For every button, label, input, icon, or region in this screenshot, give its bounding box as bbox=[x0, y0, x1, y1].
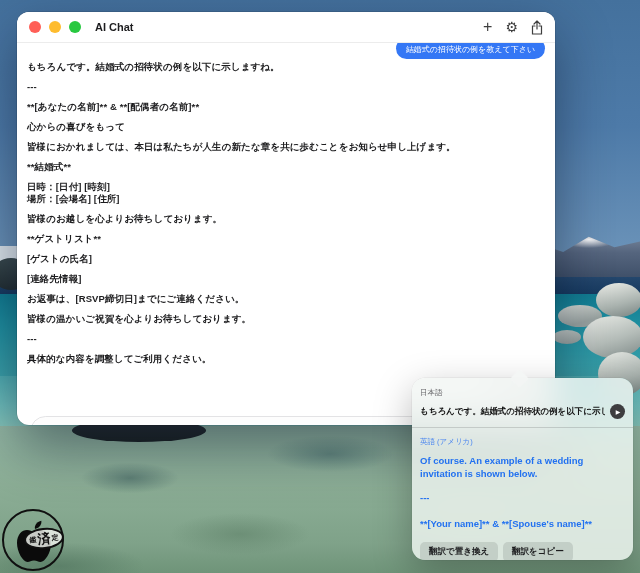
target-language-label: 英語 (アメリカ) bbox=[420, 437, 625, 447]
play-audio-button[interactable]: ▶ bbox=[610, 404, 625, 419]
share-icon[interactable] bbox=[531, 20, 543, 35]
chat-paragraph: 皆様のお越しを心よりお待ちしております。 bbox=[27, 213, 545, 225]
chat-paragraph: [ゲストの氏名] bbox=[27, 253, 545, 265]
watermark-char: 済 bbox=[37, 529, 52, 548]
target-names-text: **[Your name]** & **[Spouse's name]** bbox=[420, 518, 625, 529]
new-chat-icon[interactable]: + bbox=[483, 19, 492, 35]
target-divider-text: --- bbox=[420, 492, 625, 503]
ai-chat-window: 結婚式の招待状の例を教えて下さい もちろんです。結婚式の招待状の例を以下に示しま… bbox=[17, 12, 555, 425]
chat-paragraph: 具体的な内容を調整してご利用ください。 bbox=[27, 353, 545, 365]
replace-with-translation-button[interactable]: 翻訳で置き換え bbox=[420, 542, 498, 560]
minimize-button[interactable] bbox=[49, 21, 61, 33]
desktop: 鑑 済 定 結婚式の招待状の例を教えて下さい もちろんです。結婚式の招待状の例を… bbox=[0, 0, 640, 573]
translation-popover: 日本語 もちろんです。結婚式の招待状の例を以下に示し… ▶ 英語 (アメリカ) … bbox=[412, 378, 633, 560]
wallpaper-boulder bbox=[596, 283, 640, 317]
copy-translation-button[interactable]: 翻訳をコピー bbox=[503, 542, 573, 560]
chat-paragraph: 日時：[日付] [時刻] 場所：[会場名] [住所] bbox=[27, 181, 545, 205]
chat-paragraph: 皆様の温かいご祝賀を心よりお待ちしております。 bbox=[27, 313, 545, 325]
assistant-message: もちろんです。結婚式の招待状の例を以下に示しますね。---**[あなたの名前]*… bbox=[17, 43, 555, 365]
source-text: もちろんです。結婚式の招待状の例を以下に示し… bbox=[420, 406, 605, 418]
chat-paragraph: お返事は、[RSVP締切日]までにご連絡ください。 bbox=[27, 293, 545, 305]
watermark-char: 鑑 bbox=[29, 534, 37, 545]
chat-paragraph: もちろんです。結婚式の招待状の例を以下に示しますね。 bbox=[27, 61, 545, 73]
chat-paragraph: --- bbox=[27, 81, 545, 93]
chat-paragraph: **[あなたの名前]** & **[配偶者の名前]** bbox=[27, 101, 545, 113]
chat-paragraph: 心からの喜びをもって bbox=[27, 121, 545, 133]
wallpaper-boulder bbox=[553, 330, 581, 344]
window-title: AI Chat bbox=[95, 21, 134, 33]
zoom-button[interactable] bbox=[69, 21, 81, 33]
chat-content: 結婚式の招待状の例を教えて下さい もちろんです。結婚式の招待状の例を以下に示しま… bbox=[17, 43, 555, 425]
target-text: Of course. An example of a wedding invit… bbox=[420, 454, 620, 480]
settings-gear-icon[interactable]: ⚙ bbox=[505, 20, 518, 34]
chat-paragraph: --- bbox=[27, 333, 545, 345]
titlebar: AI Chat + ⚙ bbox=[17, 12, 555, 43]
traffic-lights bbox=[29, 21, 81, 33]
watermark-stamp: 鑑 済 定 bbox=[2, 509, 64, 571]
watermark-char: 定 bbox=[51, 532, 59, 543]
chat-paragraph: 皆様におかれましては、本日は私たちが人生の新たな章を共に歩むことをお知らせ申し上… bbox=[27, 141, 545, 153]
popover-divider bbox=[412, 427, 633, 428]
chat-paragraph: [連絡先情報] bbox=[27, 273, 545, 285]
chat-paragraph: **結婚式** bbox=[27, 161, 545, 173]
close-button[interactable] bbox=[29, 21, 41, 33]
chat-paragraph: **ゲストリスト** bbox=[27, 233, 545, 245]
source-language-label: 日本語 bbox=[420, 388, 625, 398]
wallpaper-boulder bbox=[583, 316, 640, 358]
user-message-bubble: 結婚式の招待状の例を教えて下さい bbox=[396, 43, 545, 59]
